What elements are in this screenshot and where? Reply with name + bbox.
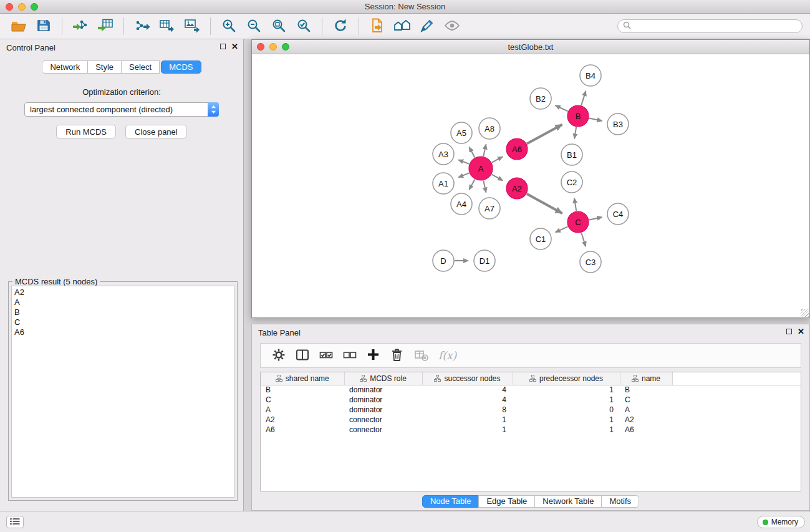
table-row[interactable]: Adominator80A	[261, 405, 801, 415]
close-panel-icon[interactable]: ✕	[231, 43, 238, 50]
graph-edge-C-C4[interactable]	[589, 217, 602, 220]
graph-node-C3[interactable]: C3	[580, 251, 601, 273]
graph-edge-A2-C[interactable]	[527, 194, 562, 213]
graph-node-A5[interactable]: A5	[451, 122, 472, 143]
table-cell[interactable]: 1	[422, 425, 513, 435]
graph-edge-A-A3[interactable]	[458, 160, 469, 164]
open-session-button[interactable]	[6, 16, 31, 37]
column-header-shared-name[interactable]: shared name	[261, 372, 344, 385]
table-cell[interactable]: A	[261, 405, 344, 415]
graph-edge-B-B2[interactable]	[556, 105, 568, 111]
table-row[interactable]: Bdominator41B	[261, 385, 801, 395]
graph-edge-C-C1[interactable]	[556, 226, 568, 232]
double-house-button[interactable]	[390, 16, 415, 37]
tab-mcds[interactable]: MCDS	[161, 60, 201, 74]
float-panel-button[interactable]	[220, 44, 226, 49]
zoom-selected-button[interactable]	[291, 16, 316, 37]
add-row-button[interactable]	[367, 348, 380, 363]
table-cell[interactable]: 1	[513, 395, 620, 405]
graph-edge-C-C3[interactable]	[581, 233, 586, 246]
column-header-predecessor-nodes[interactable]: predecessor nodes	[513, 372, 620, 385]
graph-node-B4[interactable]: B4	[580, 65, 601, 86]
result-item[interactable]: A	[14, 297, 231, 307]
zoom-fit-button[interactable]	[266, 16, 291, 37]
tab-style[interactable]: Style	[87, 60, 122, 74]
graph-node-B2[interactable]: B2	[530, 88, 551, 109]
graph-node-A4[interactable]: A4	[451, 193, 472, 215]
column-header-name[interactable]: name	[620, 372, 672, 385]
table-cell[interactable]: 1	[422, 415, 513, 425]
float-table-panel-button[interactable]	[786, 329, 792, 334]
pen-button[interactable]	[415, 16, 440, 37]
network-canvas[interactable]: B4B2BB3A8A5A6B1A3AA1C2A2A4A7C4CC1C3DD1	[252, 54, 809, 317]
table-cell[interactable]: A2	[261, 415, 344, 425]
table-cell[interactable]: 1	[513, 415, 620, 425]
graph-edge-A-A6[interactable]	[492, 157, 503, 162]
graph-edge-A-A2[interactable]	[492, 175, 503, 181]
column-header-MCDS-role[interactable]: MCDS role	[344, 372, 422, 385]
graph-edge-A-A4[interactable]	[469, 180, 475, 190]
table-cell[interactable]: A2	[620, 415, 672, 425]
graph-node-A2[interactable]: A2	[506, 178, 528, 199]
table-cell[interactable]: C	[620, 395, 672, 405]
tab-network-table[interactable]: Network Table	[534, 495, 602, 508]
table-cell[interactable]: A6	[261, 425, 344, 435]
tab-edge-table[interactable]: Edge Table	[478, 495, 535, 508]
table-cell[interactable]: connector	[344, 415, 422, 425]
table-row[interactable]: A6connector11A6	[261, 425, 801, 435]
table-cell[interactable]: dominator	[344, 385, 422, 395]
table-cell[interactable]: connector	[344, 425, 422, 435]
table-settings-button[interactable]	[272, 348, 286, 364]
graph-node-A7[interactable]: A7	[479, 198, 500, 219]
graph-edge-B-B1[interactable]	[574, 127, 576, 139]
save-session-button[interactable]	[31, 16, 56, 37]
search-input[interactable]	[634, 22, 797, 31]
graph-edge-A-A7[interactable]	[483, 181, 486, 193]
graph-node-A8[interactable]: A8	[479, 118, 500, 139]
search-box[interactable]	[617, 19, 803, 33]
import-network-from-file-button[interactable]	[68, 16, 93, 37]
table-cell[interactable]: C	[261, 395, 344, 405]
graph-edge-A6-B[interactable]	[527, 125, 562, 144]
graph-node-C2[interactable]: C2	[561, 172, 582, 193]
result-item[interactable]: B	[14, 307, 231, 317]
graph-node-A[interactable]: A	[469, 157, 493, 180]
table-cell[interactable]: A	[620, 405, 672, 415]
graph-node-A6[interactable]: A6	[506, 138, 528, 160]
table-cell[interactable]: 4	[422, 395, 513, 405]
table-cell[interactable]: B	[620, 385, 672, 395]
table-cell[interactable]: 0	[513, 405, 620, 415]
criterion-select[interactable]: largest connected component (directed)	[24, 102, 219, 117]
table-cell[interactable]: 4	[422, 385, 513, 395]
graph-node-B1[interactable]: B1	[561, 144, 582, 165]
table-cell[interactable]: dominator	[344, 395, 422, 405]
close-table-panel-icon[interactable]: ✕	[798, 328, 804, 335]
delete-table-button[interactable]	[414, 348, 428, 364]
tab-motifs[interactable]: Motifs	[601, 495, 639, 508]
graph-edge-B-B3[interactable]	[589, 118, 602, 121]
graph-node-D1[interactable]: D1	[474, 250, 495, 271]
graph-node-A1[interactable]: A1	[433, 173, 454, 194]
resize-grip-icon[interactable]	[801, 309, 809, 317]
graph-node-B3[interactable]: B3	[607, 114, 629, 135]
tab-select[interactable]: Select	[121, 60, 160, 74]
table-cell[interactable]: A6	[620, 425, 672, 435]
graph-edge-C-C2[interactable]	[574, 198, 576, 211]
graph-edge-A-A1[interactable]	[458, 173, 469, 177]
export-table-button[interactable]	[155, 16, 180, 37]
tab-network[interactable]: Network	[42, 60, 88, 74]
table-row[interactable]: Cdominator41C	[261, 395, 801, 405]
document-arrow-button[interactable]	[365, 16, 390, 37]
result-item[interactable]: C	[14, 317, 231, 327]
task-history-button[interactable]	[6, 516, 24, 528]
table-cell[interactable]: 1	[513, 385, 620, 395]
select-all-button[interactable]	[319, 348, 333, 364]
table-row[interactable]: A2connector11A2	[261, 415, 801, 425]
graph-node-A3[interactable]: A3	[433, 143, 454, 165]
graph-node-C[interactable]: C	[567, 211, 589, 233]
tab-node-table[interactable]: Node Table	[422, 495, 480, 508]
result-item[interactable]: A6	[14, 327, 231, 337]
delete-row-button[interactable]	[390, 347, 404, 364]
run-mcds-button[interactable]: Run MCDS	[56, 125, 116, 138]
refresh-view-button[interactable]	[328, 16, 353, 37]
